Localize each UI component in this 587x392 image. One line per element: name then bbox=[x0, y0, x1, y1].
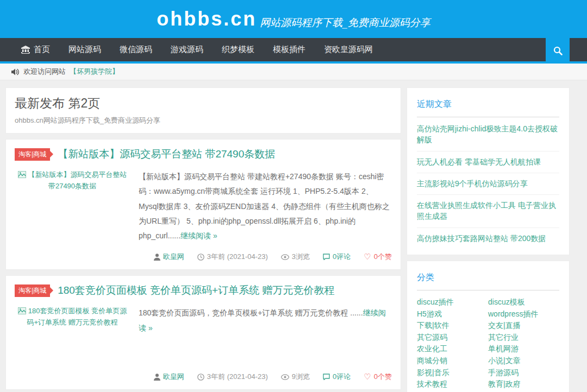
author-link[interactable]: 欧皇网 bbox=[154, 252, 184, 262]
widget-title-categories: 分类 bbox=[417, 268, 559, 290]
notice-highlight-link[interactable]: 【坏男孩学院】 bbox=[70, 67, 119, 77]
comments-text: 0评论 bbox=[333, 252, 351, 262]
like-button[interactable]: ♡ 0个赞 bbox=[364, 252, 392, 262]
article-excerpt: 180套竞价页面源码，竞价单页模板+订单系统 赠万元竞价教程 ......继续阅… bbox=[139, 306, 392, 363]
category-link[interactable]: 农业化工 bbox=[417, 343, 488, 355]
article-thumbnail-link[interactable]: 【新站版本】源码交易平台整站 带27490条数据 bbox=[15, 169, 130, 243]
comments-text: 0评论 bbox=[333, 372, 351, 382]
category-link[interactable]: discuz插件 bbox=[417, 296, 488, 308]
article-title-link[interactable]: 【新站版本】源码交易平台整站 带27490条数据 bbox=[58, 147, 275, 161]
thumbnail-caption: 180套竞价页面模板 竞价单页源码+订单系统 赠万元竞价教程 bbox=[27, 307, 127, 326]
nav-item-label: 网站源码 bbox=[68, 45, 101, 55]
like-button[interactable]: ♡ 0个赞 bbox=[364, 372, 392, 382]
categories-widget: 分类 discuz插件 discuz模板 H5游戏 wordpress插件 下载… bbox=[407, 261, 570, 392]
broken-image-icon bbox=[18, 171, 26, 178]
recent-post-link[interactable]: 高仿撩妹技巧套路网站整站 带200数据 bbox=[417, 228, 559, 249]
heart-icon: ♡ bbox=[364, 252, 371, 262]
views-text: 9浏览 bbox=[292, 372, 310, 382]
nav-item-ziouhuang[interactable]: 资欧皇源码网 bbox=[315, 38, 382, 61]
category-link[interactable]: 其它行业 bbox=[488, 332, 559, 344]
article-excerpt: 【新站版本】源码交易平台整站 带建站教程+27490条数据 账号：ceshi密码… bbox=[139, 169, 392, 243]
category-link[interactable]: 教育|政府 bbox=[488, 378, 559, 390]
excerpt-text: 180套竞价页面源码，竞价单页模板+订单系统 赠万元竞价教程 ...... bbox=[139, 308, 363, 317]
divider bbox=[417, 290, 559, 290]
recent-post-link[interactable]: 在线营业执照生成软件小工具 电子营业执照生成器 bbox=[417, 195, 559, 228]
comment-icon bbox=[323, 374, 330, 380]
site-header: ohbbs.cn 网站源码程序下载_免费商业源码分享 bbox=[0, 0, 587, 38]
nav-item-template-plugin[interactable]: 模板插件 bbox=[264, 38, 315, 61]
nav-item-home[interactable]: 首页 bbox=[12, 38, 59, 61]
sidebar: 近期文章 高仿站壳网jizhi-chlid极致主题4.0去授权破解版 玩无人机必… bbox=[407, 87, 570, 392]
article-title-link[interactable]: 180套竞价页面模板 竞价单页源码+订单系统 赠万元竞价教程 bbox=[58, 283, 334, 298]
category-tag[interactable]: 淘客|商城 bbox=[15, 284, 50, 297]
author-link[interactable]: 欧皇网 bbox=[154, 372, 184, 382]
author-name: 欧皇网 bbox=[163, 372, 184, 382]
widget-title-recent: 近期文章 bbox=[417, 94, 559, 117]
nav-item-dedecms-template[interactable]: 织梦模板 bbox=[213, 38, 264, 61]
main-nav: 首页 网站源码 微信源码 游戏源码 织梦模板 模板插件 资欧皇源码网 bbox=[0, 38, 587, 64]
user-icon bbox=[154, 254, 160, 261]
recent-post-link[interactable]: 主流影视站9个手机仿站源码分享 bbox=[417, 173, 559, 195]
views-text: 3浏览 bbox=[292, 252, 310, 262]
category-list: discuz插件 discuz模板 H5游戏 wordpress插件 下载|软件… bbox=[417, 292, 559, 392]
date-text: 3年前 (2021-04-23) bbox=[207, 372, 268, 382]
search-button[interactable] bbox=[546, 38, 570, 64]
comments-link[interactable]: 0评论 bbox=[323, 252, 351, 262]
thumbnail-caption: 【新站版本】源码交易平台整站 带27490条数据 bbox=[28, 170, 127, 190]
category-link[interactable]: wordpress插件 bbox=[488, 308, 559, 320]
page-header-card: 最新发布 第2页 ohbbs.cn网站源码程序下载_免费商业源码分享 bbox=[5, 87, 401, 134]
heart-icon: ♡ bbox=[364, 372, 371, 382]
nav-item-label: 首页 bbox=[34, 45, 50, 55]
view-count: 3浏览 bbox=[281, 252, 310, 262]
nav-item-label: 资欧皇源码网 bbox=[324, 45, 373, 55]
category-link[interactable]: 下载|软件 bbox=[417, 320, 488, 332]
article-card: 淘客|商城 180套竞价页面模板 竞价单页源码+订单系统 赠万元竞价教程 180… bbox=[5, 275, 401, 390]
article-meta: 欧皇网 3年前 (2021-04-23) 9浏览 0评论 ♡ 0个赞 bbox=[15, 372, 392, 382]
magnifier-icon bbox=[553, 46, 563, 55]
view-count: 9浏览 bbox=[281, 372, 310, 382]
category-link[interactable]: 技术教程 bbox=[417, 378, 488, 390]
speaker-icon bbox=[11, 68, 20, 75]
site-logo[interactable]: ohbbs.cn bbox=[157, 8, 257, 30]
main-column: 最新发布 第2页 ohbbs.cn网站源码程序下载_免费商业源码分享 淘客|商城… bbox=[5, 87, 401, 392]
author-name: 欧皇网 bbox=[163, 252, 184, 262]
nav-item-game-source[interactable]: 游戏源码 bbox=[161, 38, 213, 61]
nav-item-label: 模板插件 bbox=[273, 45, 305, 55]
nav-item-label: 微信源码 bbox=[120, 45, 152, 55]
publish-date: 3年前 (2021-04-23) bbox=[197, 252, 268, 262]
category-link[interactable]: 其它源码 bbox=[417, 332, 488, 344]
clock-icon bbox=[197, 374, 204, 381]
category-link[interactable]: 交友|直播 bbox=[488, 320, 559, 332]
nav-item-label: 游戏源码 bbox=[171, 45, 203, 55]
nav-item-wechat-source[interactable]: 微信源码 bbox=[110, 38, 161, 61]
recent-post-link[interactable]: 高仿站壳网jizhi-chlid极致主题4.0去授权破解版 bbox=[417, 118, 559, 151]
nav-item-label: 织梦模板 bbox=[222, 45, 254, 55]
broken-image-icon bbox=[18, 307, 26, 314]
date-text: 3年前 (2021-04-23) bbox=[207, 252, 268, 262]
page-title: 最新发布 第2页 bbox=[15, 95, 392, 112]
likes-text: 0个赞 bbox=[374, 372, 392, 382]
category-tag[interactable]: 淘客|商城 bbox=[15, 148, 50, 161]
category-link[interactable]: 影视|音乐 bbox=[417, 367, 488, 379]
user-icon bbox=[154, 374, 160, 381]
comment-icon bbox=[323, 254, 330, 260]
site-tagline: 网站源码程序下载_免费商业源码分享 bbox=[260, 8, 430, 30]
notice-text: 欢迎访问网站 bbox=[23, 67, 66, 77]
article-thumbnail-link[interactable]: 180套竞价页面模板 竞价单页源码+订单系统 赠万元竞价教程 bbox=[15, 306, 130, 363]
page-subtitle: ohbbs.cn网站源码程序下载_免费商业源码分享 bbox=[15, 116, 392, 125]
recent-posts-widget: 近期文章 高仿站壳网jizhi-chlid极致主题4.0去授权破解版 玩无人机必… bbox=[407, 87, 570, 255]
comments-link[interactable]: 0评论 bbox=[323, 372, 351, 382]
article-meta: 欧皇网 3年前 (2021-04-23) 3浏览 0评论 ♡ 0个赞 bbox=[15, 252, 392, 262]
publish-date: 3年前 (2021-04-23) bbox=[197, 372, 268, 382]
category-link[interactable]: 手游源码 bbox=[488, 367, 559, 379]
category-link[interactable]: discuz模板 bbox=[488, 296, 559, 308]
recent-post-link[interactable]: 玩无人机必看 零基础学无人机航拍课 bbox=[417, 151, 559, 173]
read-more-link[interactable]: 继续阅读 » bbox=[180, 231, 217, 240]
category-link[interactable]: 单机网游 bbox=[488, 343, 559, 355]
category-link[interactable]: 小说|文章 bbox=[488, 355, 559, 367]
nav-item-website-source[interactable]: 网站源码 bbox=[59, 38, 110, 61]
article-card: 淘客|商城 【新站版本】源码交易平台整站 带27490条数据 【新站版本】源码交… bbox=[5, 139, 401, 270]
home-icon bbox=[21, 46, 30, 54]
category-link[interactable]: H5游戏 bbox=[417, 308, 488, 320]
category-link[interactable]: 商城分销 bbox=[417, 355, 488, 367]
